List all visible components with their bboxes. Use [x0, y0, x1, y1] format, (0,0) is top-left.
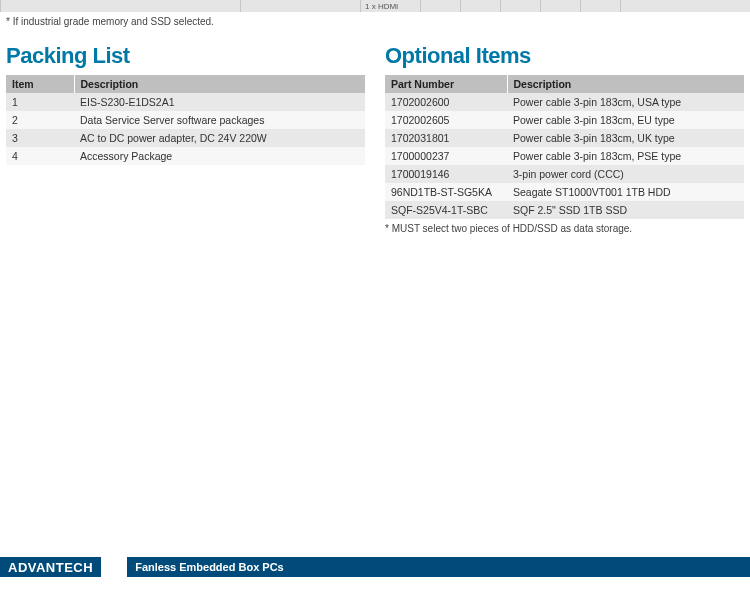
table-row: 3 AC to DC power adapter, DC 24V 220W	[6, 129, 365, 147]
top-footnote: * If industrial grade memory and SSD sel…	[6, 16, 750, 27]
table-row: 1702002600 Power cable 3-pin 183cm, USA …	[385, 93, 744, 111]
table-row: 1700019146 3-pin power cord (CCC)	[385, 165, 744, 183]
packing-list-section: Packing List Item Description 1 EIS-S230…	[6, 43, 365, 234]
packing-header-item: Item	[6, 75, 74, 93]
optional-header-description: Description	[507, 75, 744, 93]
packing-header-description: Description	[74, 75, 365, 93]
table-row: 4 Accessory Package	[6, 147, 365, 165]
optional-items-table: Part Number Description 1702002600 Power…	[385, 75, 744, 219]
table-row: 1702002605 Power cable 3-pin 183cm, EU t…	[385, 111, 744, 129]
table-row: 1 EIS-S230-E1DS2A1	[6, 93, 365, 111]
table-row: 1700000237 Power cable 3-pin 183cm, PSE …	[385, 147, 744, 165]
page-footer: ADVANTECH Fanless Embedded Box PCs	[0, 557, 750, 577]
footer-separator	[101, 557, 127, 577]
table-row: SQF-S25V4-1T-SBC SQF 2.5" SSD 1TB SSD	[385, 201, 744, 219]
optional-items-section: Optional Items Part Number Description 1…	[385, 43, 744, 234]
optional-items-heading: Optional Items	[385, 43, 744, 69]
table-row: 1702031801 Power cable 3-pin 183cm, UK t…	[385, 129, 744, 147]
footer-category: Fanless Embedded Box PCs	[127, 561, 284, 573]
table-row: 2 Data Service Server software packages	[6, 111, 365, 129]
packing-list-table: Item Description 1 EIS-S230-E1DS2A1 2 Da…	[6, 75, 365, 165]
top-table-fragment: 1 x HDMI	[0, 0, 750, 12]
table-row: 96ND1TB-ST-SG5KA Seagate ST1000VT001 1TB…	[385, 183, 744, 201]
optional-header-part: Part Number	[385, 75, 507, 93]
footer-brand-logo: ADVANTECH	[0, 560, 101, 575]
optional-items-footnote: * MUST select two pieces of HDD/SSD as d…	[385, 223, 744, 234]
packing-list-heading: Packing List	[6, 43, 365, 69]
